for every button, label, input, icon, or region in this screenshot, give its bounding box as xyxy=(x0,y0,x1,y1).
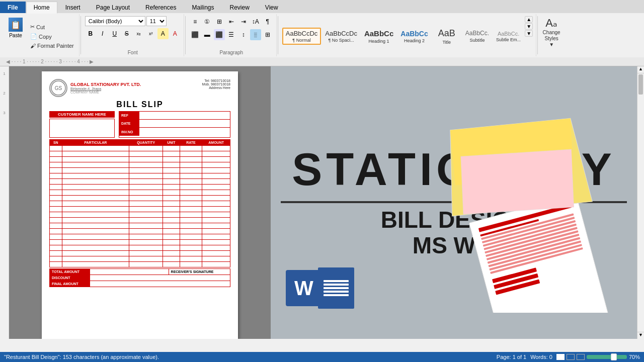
table-cell xyxy=(202,151,230,157)
styles-expand[interactable]: ▼ xyxy=(525,30,533,37)
table-cell xyxy=(129,201,163,207)
total-amount-label: TOTAL AMOUNT xyxy=(50,269,90,275)
style-title[interactable]: AaB Title xyxy=(432,26,461,46)
change-styles-button[interactable]: Aₐ ChangeStyles ▼ xyxy=(539,14,564,56)
strikethrough-button[interactable]: S xyxy=(121,28,132,39)
font-color-button[interactable]: A xyxy=(170,28,181,39)
table-cell xyxy=(129,251,163,256)
inv-label: INV.NO xyxy=(119,128,139,136)
line-spacing-button[interactable]: ↕ xyxy=(238,29,249,40)
borders-button[interactable]: ⊞ xyxy=(262,29,273,40)
table-cell xyxy=(180,256,202,262)
style-heading1[interactable]: AaBbCc Heading 1 xyxy=(361,27,396,45)
text-highlight-button[interactable]: A xyxy=(157,28,169,39)
cut-button[interactable]: ✂ Cut xyxy=(28,23,76,31)
scroll-thumb[interactable] xyxy=(638,74,643,95)
table-cell xyxy=(50,196,62,201)
multilevel-button[interactable]: ⊞ xyxy=(214,16,225,27)
table-cell xyxy=(50,251,62,256)
align-right-button[interactable]: ⬛ xyxy=(214,29,225,40)
tab-home[interactable]: Home xyxy=(26,2,57,14)
logo-circle: GS xyxy=(49,79,67,97)
discount-label: DISCOUNT xyxy=(50,275,90,281)
table-cell xyxy=(62,223,129,229)
show-formatting-button[interactable]: ¶ xyxy=(262,16,273,27)
subscript-button[interactable]: x₂ xyxy=(133,28,144,39)
tab-insert[interactable]: Insert xyxy=(58,2,88,13)
table-cell xyxy=(62,190,129,196)
style-subtle-em[interactable]: AaBbCc. Subtle Em... xyxy=(493,29,524,44)
table-cell xyxy=(62,240,129,245)
vertical-scrollbar[interactable]: ▲ ▼ xyxy=(637,66,644,339)
table-cell xyxy=(163,157,180,162)
table-cell xyxy=(62,251,129,256)
sort-button[interactable]: ↕A xyxy=(250,16,261,27)
table-cell xyxy=(50,157,62,162)
table-cell xyxy=(62,201,129,207)
numbering-button[interactable]: ① xyxy=(202,16,213,27)
underline-button[interactable]: U xyxy=(109,28,120,39)
table-cell xyxy=(50,262,62,267)
document[interactable]: GS GLOBAL STATIONARY PVT. LTD. Birtamode… xyxy=(42,71,238,339)
table-cell xyxy=(163,201,180,207)
table-cell xyxy=(62,146,129,151)
style-no-spacing[interactable]: AaBbCcDc ¶ No Spaci... xyxy=(322,28,360,45)
clipboard-group: 📋 Paste ✂ Cut 📄 Copy 🖌 Format Painter Cl… xyxy=(2,14,79,56)
tab-review[interactable]: Review xyxy=(222,2,257,13)
table-cell xyxy=(62,151,129,157)
company-info: GLOBAL STATIONARY PVT. LTD. Birtamode-4,… xyxy=(70,82,141,94)
ruler-bar: ◀ · · · · 1 · · · · · 2 · · · · · 3 · · … xyxy=(0,57,644,66)
justify-button[interactable]: ☰ xyxy=(226,29,237,40)
table-cell xyxy=(50,190,62,196)
styles-scroll-down[interactable]: ▼ xyxy=(525,23,533,30)
increase-indent-button[interactable]: ⇥ xyxy=(238,16,249,27)
status-text: "Resturant Bill Deisgn": 153 characters … xyxy=(4,354,159,360)
company-name: GLOBAL STATIONARY PVT. LTD. xyxy=(70,82,141,87)
format-painter-button[interactable]: 🖌 Format Painter xyxy=(28,42,76,50)
zoom-bar[interactable] xyxy=(587,355,627,359)
web-view-icon[interactable] xyxy=(567,354,575,360)
italic-button[interactable]: I xyxy=(97,28,108,39)
col-unit: UNIT xyxy=(163,140,180,146)
style-normal[interactable]: AaBbCcDc ¶ Normal xyxy=(282,28,321,45)
style-heading2[interactable]: AaBbCc Heading 2 xyxy=(397,28,431,45)
tab-references[interactable]: References xyxy=(138,2,184,13)
decrease-indent-button[interactable]: ⇤ xyxy=(226,16,237,27)
draft-view-icon[interactable] xyxy=(577,354,585,360)
copy-button[interactable]: 📄 Copy xyxy=(28,32,76,41)
font-size-select[interactable]: 11 xyxy=(146,16,167,26)
styles-scroll-up[interactable]: ▲ xyxy=(525,16,533,23)
tab-view[interactable]: View xyxy=(258,2,286,13)
table-cell xyxy=(180,251,202,256)
superscript-button[interactable]: x² xyxy=(145,28,156,39)
table-cell xyxy=(50,223,62,229)
customer-area xyxy=(49,119,115,138)
table-cell xyxy=(202,207,230,212)
table-cell xyxy=(180,196,202,201)
font-name-select[interactable]: Calibri (Body) xyxy=(85,16,145,26)
page-view-icon[interactable] xyxy=(556,354,565,360)
paper-stack-svg xyxy=(411,112,622,313)
table-cell xyxy=(180,212,202,218)
align-center-button[interactable]: ▬ xyxy=(202,29,213,40)
table-cell xyxy=(62,162,129,168)
style-subtitle[interactable]: AaBbCc. Subtitle xyxy=(462,28,492,44)
font-formatting-row: B I U S x₂ x² A A xyxy=(85,28,181,39)
svg-text:GS: GS xyxy=(55,85,62,91)
scroll-down-button[interactable]: ▼ xyxy=(637,332,644,339)
tab-page-layout[interactable]: Page Layout xyxy=(89,2,137,13)
styles-items: AaBbCcDc ¶ Normal AaBbCcDc ¶ No Spaci...… xyxy=(282,16,524,56)
scroll-up-button[interactable]: ▲ xyxy=(637,66,644,73)
table-cell xyxy=(129,151,163,157)
table-cell xyxy=(202,251,230,256)
table-cell xyxy=(129,212,163,218)
bill-table: SN PARTICULAR QUANTITY UNIT RATE AMOUNT xyxy=(49,139,230,267)
word-icon: W xyxy=(286,270,322,306)
tab-mailings[interactable]: Mailings xyxy=(184,2,221,13)
tab-file[interactable]: File xyxy=(0,2,26,13)
bold-button[interactable]: B xyxy=(85,28,96,39)
align-left-button[interactable]: ⬛ xyxy=(190,29,201,40)
paste-button[interactable]: 📋 Paste xyxy=(5,16,26,56)
bullets-button[interactable]: ≡ xyxy=(190,16,201,27)
shading-button[interactable]: ░ xyxy=(250,29,261,40)
